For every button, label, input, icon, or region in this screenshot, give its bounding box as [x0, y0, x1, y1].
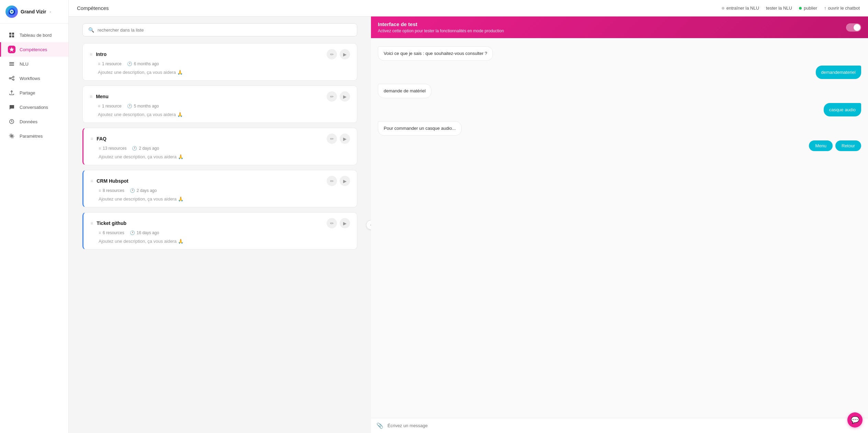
- clock-icon-menu: 🕐: [127, 104, 132, 109]
- skill-card-crm: ≡ CRM Hubspot ✏ ▶ ≡ 8 resources 🕐 2 days…: [82, 170, 357, 207]
- test-nlu-action[interactable]: tester la NLU: [766, 5, 792, 11]
- page-header: Compétences entraîner la NLU tester la N…: [69, 0, 868, 16]
- edit-skill-faq[interactable]: ✏: [327, 134, 337, 144]
- main-content: Compétences entraîner la NLU tester la N…: [69, 0, 868, 433]
- test-nlu-label: tester la NLU: [766, 5, 792, 11]
- sidebar-item-partage[interactable]: Partage: [0, 86, 68, 100]
- skill-header-intro: ≡ Intro ✏ ▶: [90, 49, 350, 59]
- app-chevron: ›: [49, 10, 51, 14]
- skill-name-ticket: Ticket github: [97, 220, 126, 226]
- skill-meta-intro: ≡ 1 resource 🕐 6 months ago: [98, 61, 350, 66]
- chat-reply-btn-menu[interactable]: Menu: [809, 140, 833, 151]
- header-actions: entraîner la NLU tester la NLU publier ↑…: [722, 5, 860, 11]
- chat-bubble-bot: demande de matériel: [378, 84, 431, 98]
- svg-rect-6: [9, 65, 14, 66]
- drag-handle-faq[interactable]: ≡: [90, 136, 93, 141]
- sidebar-item-competences[interactable]: Compétences: [0, 42, 68, 57]
- skill-left-faq: ≡ FAQ: [90, 136, 106, 141]
- run-skill-menu[interactable]: ▶: [340, 91, 350, 102]
- clock-icon-faq: 🕐: [132, 146, 137, 151]
- svg-rect-1: [12, 33, 14, 35]
- sidebar-item-conversations[interactable]: Conversations: [0, 100, 68, 114]
- page-title: Compétences: [77, 5, 109, 11]
- publish-action[interactable]: publier: [799, 5, 817, 11]
- sidebar-item-donnees[interactable]: Données: [0, 114, 68, 129]
- skill-actions-intro: ✏ ▶: [327, 49, 350, 59]
- sidebar-item-workflows[interactable]: Workflows: [0, 71, 68, 86]
- skill-meta-faq: ≡ 13 resources 🕐 2 days ago: [99, 146, 350, 151]
- search-input[interactable]: [98, 27, 351, 33]
- sidebar-icon-workflows: [8, 75, 15, 82]
- chat-banner-desc: Activez cette option pour tester la fonc…: [378, 29, 504, 33]
- run-skill-crm[interactable]: ▶: [340, 176, 350, 186]
- sidebar-icon-partage: [8, 89, 15, 96]
- svg-point-9: [13, 79, 14, 80]
- chat-input-area: 📎: [371, 418, 868, 433]
- chat-input[interactable]: [387, 423, 863, 428]
- chat-bubble-user: demandemateriel: [816, 66, 861, 79]
- chat-banner-title: Interface de test: [378, 21, 504, 27]
- skill-card-menu: ≡ Menu ✏ ▶ ≡ 1 resource 🕐 5 months ago A…: [82, 86, 357, 123]
- clock-icon-ticket: 🕐: [130, 230, 135, 235]
- upload-icon: ↑: [824, 5, 826, 11]
- skill-card-ticket: ≡ Ticket github ✏ ▶ ≡ 6 resources 🕐 16 d…: [82, 212, 357, 250]
- chat-bubble-bot: Pour commander un casque audio...: [378, 121, 462, 136]
- sidebar-icon-parametres: [8, 132, 15, 140]
- skills-panel: 🔍 ≡ Intro ✏ ▶ ≡ 1 resource 🕐 6 months a: [69, 16, 371, 433]
- skill-header-ticket: ≡ Ticket github ✏ ▶: [90, 218, 350, 228]
- test-mode-toggle[interactable]: [846, 23, 861, 32]
- skill-actions-ticket: ✏ ▶: [327, 218, 350, 228]
- drag-handle-crm[interactable]: ≡: [90, 178, 93, 184]
- skill-actions-crm: ✏ ▶: [327, 176, 350, 186]
- svg-rect-0: [9, 33, 11, 35]
- drag-handle-ticket[interactable]: ≡: [90, 220, 93, 226]
- resources-icon-intro: ≡: [98, 61, 100, 66]
- skill-meta-menu: ≡ 1 resource 🕐 5 months ago: [98, 104, 350, 109]
- svg-rect-3: [12, 35, 14, 37]
- publish-dot: [799, 7, 802, 10]
- edit-skill-ticket[interactable]: ✏: [327, 218, 337, 228]
- search-icon: 🔍: [88, 27, 94, 33]
- chat-message-row: Pour commander un casque audio...: [378, 121, 861, 136]
- run-skill-faq[interactable]: ▶: [340, 134, 350, 144]
- sidebar-label-conversations: Conversations: [20, 105, 48, 110]
- edit-skill-intro[interactable]: ✏: [327, 49, 337, 59]
- train-nlu-action[interactable]: entraîner la NLU: [722, 5, 759, 11]
- skill-meta-ticket: ≡ 6 resources 🕐 16 days ago: [99, 230, 350, 235]
- run-skill-ticket[interactable]: ▶: [340, 218, 350, 228]
- skill-time-ticket: 🕐 16 days ago: [130, 230, 159, 235]
- collapse-panel-button[interactable]: ‹: [366, 220, 371, 230]
- skill-left-crm: ≡ CRM Hubspot: [90, 178, 128, 184]
- sidebar-item-nlu[interactable]: NLU: [0, 57, 68, 71]
- edit-skill-crm[interactable]: ✏: [327, 176, 337, 186]
- chat-fab-button[interactable]: 💬: [847, 412, 863, 428]
- sidebar-header: 🧿 Grand Vizir ›: [0, 0, 68, 24]
- run-skill-intro[interactable]: ▶: [340, 49, 350, 59]
- clock-icon-crm: 🕐: [130, 188, 135, 193]
- drag-handle-menu[interactable]: ≡: [90, 94, 92, 99]
- skill-resources-intro: ≡ 1 resource: [98, 61, 122, 66]
- chat-messages: Voici ce que je sais : que souhaitez-vou…: [371, 38, 868, 418]
- sidebar-icon-conversations: [8, 103, 15, 111]
- skill-time-menu: 🕐 5 months ago: [127, 104, 159, 109]
- sidebar-icon-donnees: [8, 118, 15, 125]
- publish-label: publier: [804, 5, 817, 11]
- open-chatbot-action[interactable]: ↑ ouvrir le chatbot: [824, 5, 860, 11]
- chat-banner-text: Interface de test Activez cette option p…: [378, 21, 504, 33]
- sidebar-label-parametres: Paramètres: [20, 134, 43, 139]
- skill-time-crm: 🕐 2 days ago: [130, 188, 157, 193]
- svg-rect-2: [9, 35, 11, 37]
- edit-skill-menu[interactable]: ✏: [327, 91, 337, 102]
- drag-handle-intro[interactable]: ≡: [90, 52, 92, 57]
- chat-reply-btn-retour[interactable]: Retour: [835, 140, 861, 151]
- skill-resources-faq: ≡ 13 resources: [99, 146, 126, 151]
- train-nlu-label: entraîner la NLU: [726, 5, 759, 11]
- skill-actions-menu: ✏ ▶: [327, 91, 350, 102]
- sidebar-item-parametres[interactable]: Paramètres: [0, 129, 68, 143]
- sidebar-item-tableau[interactable]: Tableau de bord: [0, 28, 68, 42]
- skill-desc-crm: Ajoutez une description, ça vous aidera …: [99, 196, 350, 202]
- search-bar[interactable]: 🔍: [82, 23, 357, 36]
- skill-desc-menu: Ajoutez une description, ça vous aidera …: [98, 112, 350, 117]
- skill-resources-crm: ≡ 8 resources: [99, 188, 124, 193]
- sidebar-label-partage: Partage: [20, 90, 35, 95]
